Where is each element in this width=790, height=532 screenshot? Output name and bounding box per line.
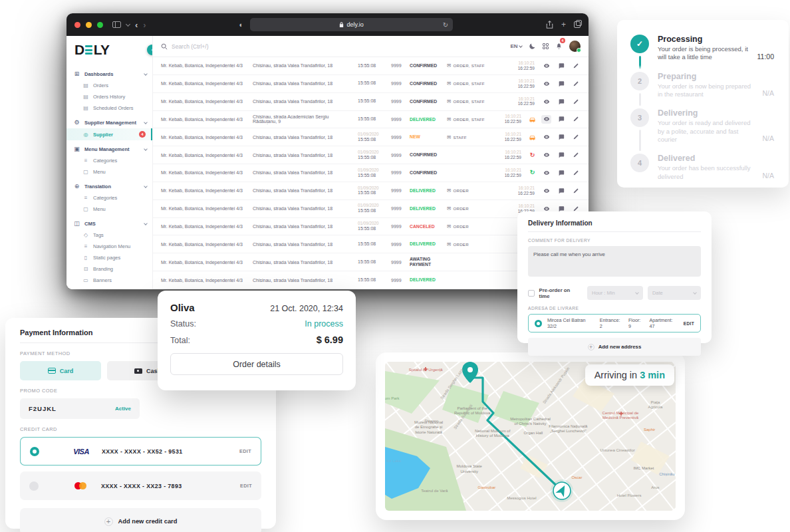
sidebar-item-menu[interactable]: ▢ Menu (66, 203, 152, 215)
view-order-icon[interactable] (541, 97, 551, 106)
close-window-button[interactable] (74, 22, 80, 28)
sidebar-section-translation[interactable]: ⊕ Translation (66, 180, 152, 192)
edit-icon[interactable] (571, 133, 581, 142)
address-bar[interactable]: dely.io ↻ (250, 18, 453, 31)
courier-car-icon[interactable] (528, 134, 537, 140)
chevron-down-icon[interactable] (126, 21, 130, 26)
sidebar-item-supplier[interactable]: ◎ Supplier 4 (66, 128, 152, 140)
back-button[interactable]: ‹ (135, 20, 138, 30)
view-order-icon[interactable] (541, 151, 551, 160)
delivery-comment-textarea[interactable]: Please call me when you arrive (528, 246, 701, 277)
sidebar-item-branding[interactable]: ⊡ Branding (66, 263, 152, 275)
sidebar-item-categories[interactable]: ≡ Categories (66, 155, 152, 166)
sidebar-item-menu[interactable]: ▢ Menu (66, 166, 152, 178)
card-radio-unselected[interactable] (29, 481, 39, 491)
chevron-down-icon (144, 221, 148, 225)
edit-icon[interactable] (571, 115, 581, 124)
tab-overview-icon[interactable] (574, 21, 581, 28)
comment-icon[interactable] (556, 133, 566, 142)
sidebar-section-dashboards[interactable]: ⊞ Dashboards (66, 67, 152, 80)
order-details-button[interactable]: Order details (170, 353, 343, 375)
credit-card-option-visa[interactable]: VISA XXXX - XXXX - XX52 - 9531 EDIT (20, 437, 261, 466)
view-order-icon[interactable] (541, 168, 551, 177)
sidebar-item-categories[interactable]: ≡ Categories (66, 192, 152, 203)
view-order-icon[interactable] (541, 186, 551, 195)
comment-icon[interactable] (556, 151, 566, 160)
sidebar-item-orders-history[interactable]: ▤ Orders History (66, 91, 152, 102)
courier-car-icon[interactable] (528, 116, 537, 122)
edit-icon[interactable] (571, 61, 581, 70)
sidebar-item-banners[interactable]: ▭ Banners (66, 275, 152, 286)
comment-icon[interactable] (556, 115, 566, 124)
refresh-icon[interactable]: ↻ (528, 170, 537, 176)
shield-icon[interactable]: ◐ (239, 21, 244, 29)
step-description: Your order has been successfully deliver… (658, 164, 753, 181)
table-row[interactable]: Mr. Kebab, Botanica, Independentei 4/3 C… (153, 75, 589, 93)
promo-code-field[interactable]: F2UJKL Active (20, 398, 140, 419)
sidebar-item-static-pages[interactable]: ▯ Static pages (66, 252, 152, 263)
date-select[interactable]: Date (648, 286, 701, 300)
step-time: N/A (762, 172, 774, 191)
address-radio-selected[interactable] (535, 320, 542, 327)
view-order-icon[interactable] (541, 61, 551, 70)
sidebar-item-scheduled-orders[interactable]: ▤ Scheduled Orders (66, 102, 152, 114)
forward-button[interactable]: › (143, 20, 146, 30)
browser-sidebar-icon[interactable] (112, 21, 121, 28)
payment-method-card-tab[interactable]: Card (20, 361, 101, 380)
edit-icon[interactable] (571, 97, 581, 106)
edit-address-button[interactable]: EDIT (684, 321, 694, 326)
user-avatar[interactable] (569, 41, 581, 52)
comment-icon[interactable] (556, 168, 566, 177)
sidebar-item-tags[interactable]: ◇ Tags (66, 229, 152, 241)
table-row[interactable]: Mr. Kebab, Botanica, Independentei 4/3 C… (153, 128, 589, 146)
table-row[interactable]: Mr. Kebab, Botanica, Independentei 4/3 C… (153, 164, 589, 182)
card-radio-selected[interactable] (30, 447, 39, 456)
apps-grid-icon[interactable] (543, 43, 549, 50)
add-new-credit-card-button[interactable]: + Add new credit card (20, 508, 261, 532)
sidebar-item-navigation-menu[interactable]: ≡ Navigation Menu (66, 241, 152, 252)
minimize-window-button[interactable] (86, 22, 92, 28)
table-row[interactable]: Mr. Kebab, Botanica, Independentei 4/3 C… (153, 93, 589, 111)
sidebar-item-html-seo[interactable]: ⟨⟩ HTML-SEO (66, 286, 152, 289)
edit-card-button[interactable]: EDIT (240, 483, 252, 489)
table-row[interactable]: Mr. Kebab, Botanica, Independentei 4/3 C… (153, 57, 589, 75)
step-circle: 3 (630, 108, 649, 127)
credit-card-option-mastercard[interactable]: XXXX - XXXX - XX23 - 7893 EDIT (20, 471, 261, 500)
add-new-address-button[interactable]: + Add new address (528, 338, 701, 356)
hour-min-select[interactable]: Hour : Min (587, 286, 643, 300)
search-input[interactable] (172, 43, 305, 50)
new-tab-icon[interactable]: + (561, 20, 566, 29)
zoom-window-button[interactable] (97, 22, 103, 28)
dark-mode-icon[interactable] (529, 43, 536, 50)
table-row[interactable]: Mr. Kebab, Botanica, Independentei 4/3 C… (153, 182, 589, 200)
view-order-icon[interactable] (541, 79, 551, 88)
preorder-checkbox[interactable] (528, 290, 535, 297)
sidebar-collapse-button[interactable]: ‹ (147, 45, 153, 55)
table-row[interactable]: Mr. Kebab, Botanica, Independentei 4/3 C… (153, 146, 589, 164)
comment-icon[interactable] (556, 186, 566, 195)
comment-icon[interactable] (556, 61, 566, 70)
edit-icon[interactable] (571, 168, 581, 177)
cell-customer: Mr. Kebab, Botanica, Independentei 4/3 (161, 278, 253, 283)
edit-icon[interactable] (571, 151, 581, 160)
cell-status: DELIVERED (410, 206, 447, 211)
share-icon[interactable] (546, 21, 553, 29)
sidebar-item-orders[interactable]: ▤ Orders (66, 80, 152, 91)
view-order-icon[interactable] (541, 115, 551, 124)
reload-icon[interactable]: ↻ (443, 21, 448, 29)
sidebar-section-cms[interactable]: ◫ CMS (66, 217, 152, 229)
view-order-icon[interactable] (541, 133, 551, 142)
sidebar-section-menu-management[interactable]: ▣ Menu Management (66, 142, 152, 155)
language-selector[interactable]: EN (510, 43, 521, 49)
refresh-icon[interactable]: ↻ (528, 152, 537, 158)
delivery-address-option[interactable]: Mircea Cel Batran 32/2 Entrance: 2 Floor… (528, 314, 701, 332)
edit-icon[interactable] (571, 79, 581, 88)
sidebar-section-supplier-management[interactable]: ⚙ Supplier Management (66, 116, 152, 128)
edit-icon[interactable] (571, 186, 581, 195)
categories-icon: ≡ (82, 195, 89, 201)
comment-icon[interactable] (556, 79, 566, 88)
comment-icon[interactable] (556, 97, 566, 106)
table-row[interactable]: Mr. Kebab, Botanica, Independentei 4/3 C… (153, 111, 589, 129)
notifications-bell-icon[interactable]: 4 (555, 41, 563, 53)
edit-card-button[interactable]: EDIT (239, 448, 251, 454)
